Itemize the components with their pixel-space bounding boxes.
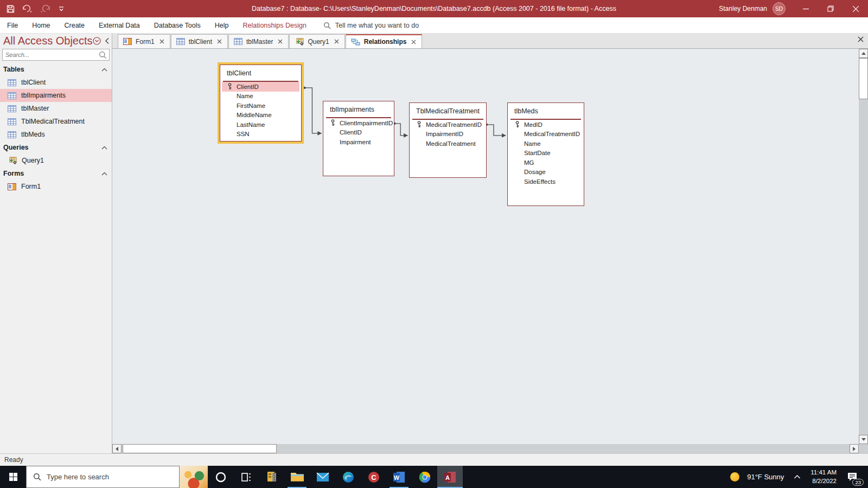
field-row-clientid[interactable]: ClientID [323, 128, 394, 138]
start-button[interactable] [0, 466, 26, 488]
field-row-dosage[interactable]: Dosage [508, 168, 584, 177]
weather-text[interactable]: 91°F Sunny [747, 473, 784, 481]
nav-search-input[interactable] [3, 52, 99, 58]
scroll-up-button[interactable] [859, 49, 868, 58]
field-row-firstname[interactable]: FirstName [220, 101, 301, 111]
chrome-icon[interactable] [412, 466, 437, 488]
minimize-button[interactable] [793, 0, 818, 17]
cortana-icon[interactable] [208, 466, 233, 488]
doc-tab-tblclient[interactable]: tblClient [171, 34, 228, 48]
taskbar-search[interactable]: Type here to search [26, 466, 180, 488]
shutter-close-icon[interactable] [105, 37, 110, 44]
nav-group-header-queries[interactable]: Queries [0, 141, 112, 154]
close-button[interactable] [843, 0, 868, 17]
scroll-right-button[interactable] [850, 444, 859, 453]
chevron-up-icon[interactable] [101, 172, 107, 176]
undo-button[interactable] [19, 2, 35, 16]
tab-close-icon[interactable] [410, 39, 417, 45]
notification-center-icon[interactable]: 23 [844, 472, 860, 482]
sidebar-item-tlbmeds[interactable]: tlbMeds [0, 128, 112, 141]
field-row-medicaltreatmentid[interactable]: MedicalTreatmentID [410, 120, 486, 130]
tab-file[interactable]: File [0, 17, 25, 34]
field-row-clientimpairmentid[interactable]: ClientImpairmentID [323, 118, 394, 128]
field-row-lastname[interactable]: LastName [220, 120, 301, 130]
field-row-middlename[interactable]: MiddleName [220, 111, 301, 120]
table-card-tlbmeds[interactable]: tlbMedsMedIDMedicalTreatmentIDNameStartD… [507, 102, 584, 206]
chevron-up-icon[interactable] [101, 146, 107, 150]
sidebar-item-tblmaster[interactable]: tblMaster [0, 102, 112, 115]
tab-home[interactable]: Home [25, 17, 57, 34]
tab-relationships-design[interactable]: Relationships Design [235, 17, 313, 34]
file-explorer-icon[interactable] [284, 466, 310, 488]
tab-close-icon[interactable] [333, 38, 340, 44]
access-icon[interactable]: A [437, 466, 463, 488]
field-row-name[interactable]: Name [220, 92, 301, 101]
save-icon[interactable] [4, 2, 17, 16]
table-card-title[interactable]: TblMedicalTreatment [410, 103, 486, 119]
field-row-clientid[interactable]: ClientID [222, 82, 299, 92]
sidebar-item-tblimpairments[interactable]: tblImpairments [0, 89, 112, 102]
table-card-title[interactable]: tblImpairments [323, 101, 394, 117]
tab-close-icon[interactable] [277, 38, 284, 44]
tab-close-icon[interactable] [216, 38, 223, 44]
relationships-canvas[interactable]: tblClientClientIDNameFirstNameMiddleName… [112, 48, 868, 453]
word-icon[interactable]: W [386, 466, 412, 488]
avatar[interactable]: SD [773, 2, 786, 15]
sidebar-item-tblclient[interactable]: tblClient [0, 76, 112, 89]
task-view-icon[interactable] [233, 466, 259, 488]
tray-chevron-up-icon[interactable] [794, 474, 801, 479]
table-card-tblmedicaltreatment[interactable]: TblMedicalTreatmentMedicalTreatmentIDImp… [409, 102, 487, 178]
nav-pane-title[interactable]: All Access Objects [3, 35, 93, 47]
field-row-impairment[interactable]: Impairment [323, 137, 394, 147]
user-name[interactable]: Stanley Denman [719, 5, 767, 12]
tab-help[interactable]: Help [208, 17, 236, 34]
field-row-impairmentid[interactable]: ImpairmentID [410, 130, 486, 139]
weather-sun-icon[interactable] [730, 472, 739, 481]
tab-close-icon[interactable] [158, 38, 165, 44]
search-icon[interactable] [99, 51, 109, 59]
table-card-tblimpairments[interactable]: tblImpairmentsClientImpairmentIDClientID… [323, 101, 394, 176]
doc-tab-query1[interactable]: Query1 [289, 34, 344, 48]
field-row-medicaltreatment[interactable]: MedicalTreatment [410, 139, 486, 149]
restore-button[interactable] [818, 0, 843, 17]
zip-icon[interactable] [259, 466, 284, 488]
redo-button[interactable] [37, 2, 54, 16]
horizontal-scroll-thumb[interactable] [123, 444, 277, 453]
chevron-up-icon[interactable] [101, 68, 107, 72]
close-document-button[interactable] [858, 36, 864, 42]
sidebar-item-form1[interactable]: Form1 [0, 180, 112, 193]
vertical-scrollbar[interactable] [859, 49, 868, 444]
sidebar-item-tblmedicaltreatment[interactable]: TblMedicalTreatment [0, 115, 112, 128]
scroll-left-button[interactable] [112, 444, 122, 453]
doc-tab-tblmaster[interactable]: tblMaster [228, 34, 289, 48]
edge-icon[interactable] [335, 466, 361, 488]
field-row-medicaltreatmentid[interactable]: MedicalTreatmentID [508, 130, 584, 139]
tab-create[interactable]: Create [58, 17, 92, 34]
vertical-scroll-thumb[interactable] [859, 58, 868, 99]
horizontal-scrollbar[interactable] [112, 444, 859, 453]
table-card-title[interactable]: tblClient [220, 65, 301, 81]
tab-database-tools[interactable]: Database Tools [147, 17, 208, 34]
field-row-sideeffects[interactable]: SideEffects [508, 177, 584, 187]
ccleaner-icon[interactable]: C [361, 466, 386, 488]
widgets-icon[interactable] [180, 466, 208, 488]
table-card-tblclient[interactable]: tblClientClientIDNameFirstNameMiddleName… [220, 65, 302, 142]
nav-group-header-forms[interactable]: Forms [0, 167, 112, 180]
tell-me-box[interactable]: Tell me what you want to do [323, 22, 419, 29]
field-row-mg[interactable]: MG [508, 158, 584, 168]
nav-search-box[interactable] [2, 49, 110, 61]
scroll-down-button[interactable] [859, 435, 868, 444]
field-row-medid[interactable]: MedID [508, 120, 584, 130]
taskbar-clock[interactable]: 11:41 AM 8/2/2022 [810, 468, 837, 485]
nav-menu-icon[interactable] [93, 37, 101, 45]
sidebar-item-query1[interactable]: Query1 [0, 154, 112, 167]
nav-group-header-tables[interactable]: Tables [0, 63, 112, 76]
customize-qat-icon[interactable] [56, 2, 67, 16]
field-row-ssn[interactable]: SSN [220, 130, 301, 139]
doc-tab-relationships[interactable]: Relationships [346, 34, 423, 48]
table-card-title[interactable]: tlbMeds [508, 103, 584, 119]
tab-external-data[interactable]: External Data [92, 17, 147, 34]
mail-icon[interactable] [310, 466, 335, 488]
field-row-startdate[interactable]: StartDate [508, 149, 584, 158]
doc-tab-form1[interactable]: Form1 [118, 34, 170, 48]
